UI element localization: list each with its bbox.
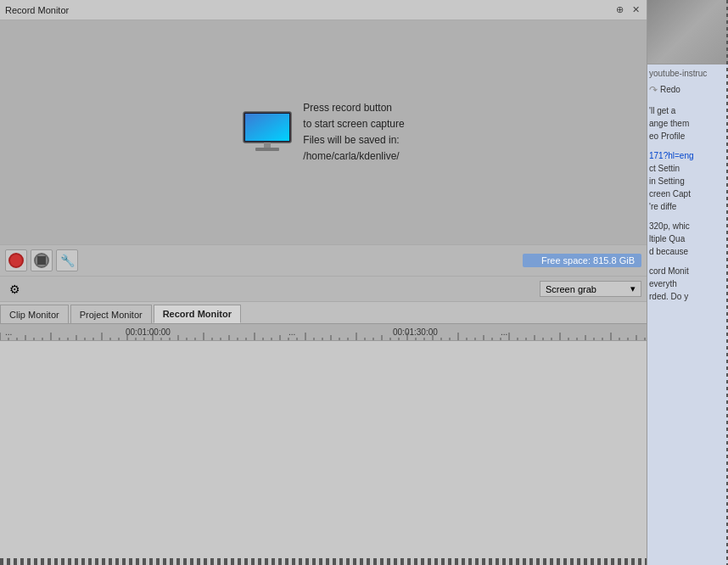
svg-rect-3	[255, 148, 279, 151]
stop-button[interactable]	[31, 249, 53, 271]
config-button[interactable]: ⚙	[5, 280, 24, 299]
monitor-content: Press record button to start screen capt…	[242, 100, 404, 165]
close-button[interactable]: ✕	[630, 4, 641, 15]
wrench-icon: 🔧	[60, 254, 75, 267]
monitor-instructions: Press record button to start screen capt…	[303, 100, 404, 165]
right-text-body: 'll get a ange them eo Profile 171?hl=en…	[649, 104, 726, 303]
record-monitor-panel: Record Monitor ⊕ ✕	[0, 0, 647, 565]
right-text-snippet-0: youtube-instruc	[649, 68, 726, 80]
titlebar-controls: ⊕ ✕	[614, 4, 641, 15]
timeline-content	[0, 341, 647, 565]
stop-square-icon	[37, 256, 46, 265]
tab-clip-monitor[interactable]: Clip Monitor	[0, 305, 69, 323]
free-space-badge: Free space: 815.8 GiB	[523, 254, 641, 267]
ruler-label-4: ...	[501, 327, 507, 337]
ruler-label-3: 00:01:30:00	[393, 327, 438, 337]
controls-bar-primary: 🔧 Free space: 815.8 GiB	[0, 244, 647, 277]
settings-button[interactable]: 🔧	[56, 249, 78, 271]
titlebar: Record Monitor ⊕ ✕	[0, 0, 647, 20]
screen-grab-dropdown[interactable]: Screen grab ▾	[540, 281, 641, 297]
screen-grab-label: Screen grab	[546, 284, 596, 294]
screen-icon	[242, 110, 293, 155]
ruler-label-1: 00:01:00:00	[126, 327, 171, 337]
redo-icon: ↷	[649, 83, 658, 98]
record-button[interactable]	[5, 249, 27, 271]
ruler-label-0: ...	[5, 327, 12, 337]
controls-bar-secondary: ⚙ Screen grab ▾	[0, 277, 647, 302]
window-title: Record Monitor	[5, 5, 69, 15]
tab-project-monitor[interactable]: Project Monitor	[70, 305, 152, 323]
stop-icon	[34, 253, 49, 268]
chevron-down-icon: ▾	[630, 283, 636, 294]
ruler-labels: ... 00:01:00:00 ... 00:01:30:00 ...	[0, 324, 647, 340]
svg-rect-2	[264, 143, 271, 148]
redo-row: ↷ Redo	[649, 83, 726, 98]
disk-icon	[529, 256, 538, 265]
thumbnail-preview	[647, 0, 728, 64]
config-icon: ⚙	[9, 282, 20, 296]
timeline-ruler: ... 00:01:00:00 ... 00:01:30:00 ... /* t…	[0, 324, 647, 341]
ruler-label-2: ...	[288, 327, 295, 337]
svg-rect-1	[245, 114, 289, 141]
pin-button[interactable]: ⊕	[614, 4, 625, 15]
bottom-dashed-border	[0, 558, 728, 565]
monitor-viewport: Press record button to start screen capt…	[0, 20, 647, 244]
tab-record-monitor[interactable]: Record Monitor	[154, 305, 241, 323]
redo-label: Redo	[660, 84, 680, 96]
monitor-tabs: Clip Monitor Project Monitor Record Moni…	[0, 302, 647, 324]
record-icon	[8, 253, 24, 268]
right-text-content: youtube-instruc ↷ Redo 'll get a ange th…	[647, 64, 728, 565]
right-panel: youtube-instruc ↷ Redo 'll get a ange th…	[647, 0, 728, 565]
